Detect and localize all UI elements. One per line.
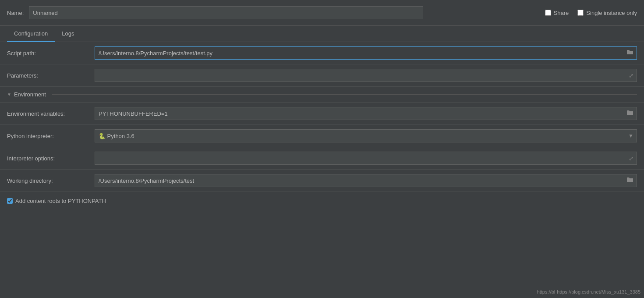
parameters-label: Parameters: [7,72,95,79]
env-variables-label: Environment variables: [7,110,95,117]
environment-section-title: Environment [14,91,46,98]
environment-section-header: ▼ Environment [0,87,644,103]
script-path-input[interactable] [95,46,637,60]
watermark-text1: https://bl [537,289,556,294]
working-directory-input-wrapper [95,174,637,187]
share-label[interactable]: Share [554,10,569,16]
script-path-label-group: Script path: ▼ [7,50,95,57]
top-bar: Name: Share Single instance only [0,0,644,26]
tabs-bar: Configuration Logs [0,26,644,42]
interpreter-options-input-wrapper: ⤢ [95,152,637,165]
working-directory-row: Working directory: [0,170,644,192]
working-directory-label: Working directory: [7,177,95,184]
interpreter-options-expand-btn[interactable]: ⤢ [626,154,636,163]
single-instance-checkbox-group: Single instance only [577,10,637,16]
share-checkbox-group: Share [545,10,569,16]
single-instance-label[interactable]: Single instance only [586,10,637,16]
parameters-input[interactable] [95,69,637,82]
watermark: https://bl https://blog.csdn.net/Miss_xu… [537,289,640,294]
top-right-options: Share Single instance only [545,10,637,16]
add-content-roots-group: Add content roots to PYTHONPATH [7,198,106,204]
parameters-input-wrapper: ⤢ [95,69,637,82]
python-interpreter-label: Python interpreter: [7,133,95,139]
env-variables-input[interactable] [95,107,637,120]
folder-icon [626,110,633,116]
python-interpreter-dropdown-wrapper: 🐍 Python 3.6 ▼ [95,129,637,142]
script-path-label: Script path: [7,50,95,57]
folder-icon [626,49,633,55]
single-instance-checkbox[interactable] [577,10,584,16]
add-content-roots-row: Add content roots to PYTHONPATH [0,192,644,209]
python-interpreter-row: Python interpreter: 🐍 Python 3.6 ▼ [0,125,644,147]
tab-logs[interactable]: Logs [55,26,81,42]
name-label: Name: [7,10,24,16]
env-variables-input-wrapper [95,107,637,120]
script-path-browse-btn[interactable] [624,48,636,58]
script-path-input-wrapper [95,46,637,60]
env-variables-row: Environment variables: [0,103,644,125]
interpreter-options-label: Interpreter options: [7,155,95,162]
environment-toggle-btn[interactable]: ▼ [7,92,11,97]
add-content-roots-checkbox[interactable] [7,198,13,204]
tab-configuration[interactable]: Configuration [7,26,55,42]
name-input[interactable] [29,6,423,19]
env-variables-browse-btn[interactable] [624,108,636,119]
add-content-roots-label[interactable]: Add content roots to PYTHONPATH [15,198,106,204]
python-interpreter-select[interactable]: 🐍 Python 3.6 [95,129,637,142]
parameters-expand-btn[interactable]: ⤢ [626,71,636,80]
script-path-row: Script path: ▼ [0,42,644,64]
section-divider [52,94,637,95]
configuration-panel: Script path: ▼ Parameters: ⤢ ▼ Environme… [0,42,644,209]
working-directory-browse-btn[interactable] [624,175,636,186]
interpreter-options-input[interactable] [95,152,637,165]
working-directory-input[interactable] [95,174,637,187]
folder-icon [626,177,633,183]
parameters-row: Parameters: ⤢ [0,64,644,87]
share-checkbox[interactable] [545,10,551,16]
watermark-text2: https://blog.csdn.net/Miss_xu131_3385 [557,289,640,294]
interpreter-options-row: Interpreter options: ⤢ [0,147,644,170]
